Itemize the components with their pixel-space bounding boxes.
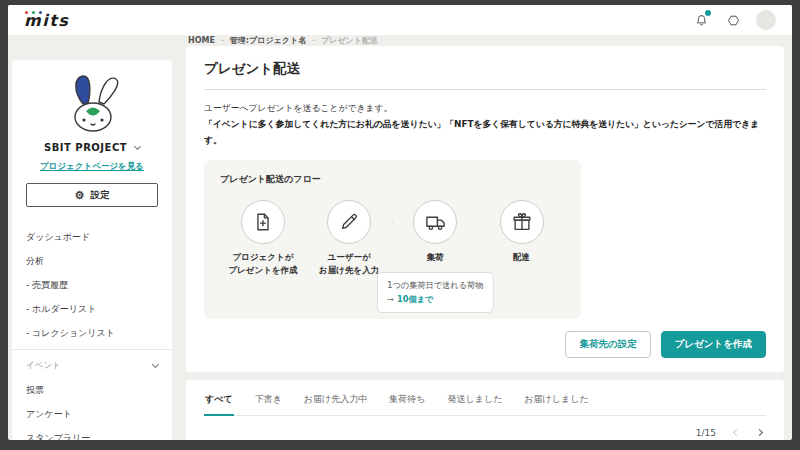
flow-step-address: ユーザーが お届け先を入力 xyxy=(306,200,392,277)
project-selector[interactable]: SBIT PROJECT xyxy=(12,136,172,155)
screenshot-frame: mits xyxy=(0,0,800,450)
settings-label: 設定 xyxy=(90,189,109,202)
description-line-2: 「イベントに多く参加してくれた方にお礼の品を送りたい」「NFTを多く保有している… xyxy=(204,117,766,149)
sidebar-item-stamp-rally[interactable]: スタンプラリー xyxy=(12,426,172,440)
breadcrumb-home[interactable]: HOME xyxy=(188,36,215,45)
flow-step-label: 配達 xyxy=(513,251,530,264)
prev-page-button[interactable] xyxy=(734,430,739,435)
pencil-icon xyxy=(327,200,371,244)
settings-button[interactable]: ⚙ 設定 xyxy=(26,183,158,207)
pagination: 1/15 xyxy=(204,416,766,440)
flow-step-label: 集荷 xyxy=(427,251,444,264)
page-title: プレゼント配送 xyxy=(204,60,766,90)
logo-text: mits xyxy=(24,11,69,30)
truck-icon xyxy=(413,200,457,244)
logo-dot-green xyxy=(32,11,35,14)
sidebar-item-trade-history[interactable]: - 売買履歴 xyxy=(12,273,172,297)
logo-dot-red xyxy=(25,11,28,14)
breadcrumb-separator: - xyxy=(312,36,315,45)
flow-step-delivery: 配達 xyxy=(479,200,565,264)
flow-step-pickup: 集荷 1つの集荷日で送れる荷物 →10個まで xyxy=(392,200,478,264)
present-delivery-panel: プレゼント配送 ユーザーへプレゼントを送ることができます。 「イベントに多く参加… xyxy=(186,46,784,372)
app-window: mits xyxy=(8,5,792,440)
tab-draft[interactable]: 下書き xyxy=(254,384,283,416)
notification-dot xyxy=(705,10,711,16)
sidebar-item-holder-list[interactable]: - ホルダーリスト xyxy=(12,297,172,321)
sidebar-item-analytics[interactable]: 分析 xyxy=(12,249,172,273)
hexagon-icon[interactable] xyxy=(724,11,742,29)
sidebar-item-collection-list[interactable]: - コレクションリスト xyxy=(12,321,172,345)
tooltip-line-2: →10個まで xyxy=(387,293,483,306)
divider xyxy=(12,349,172,350)
present-list-panel: すべて 下書き お届け先入力中 集荷待ち 発送しました お届けしました 1/15 xyxy=(186,380,784,440)
document-plus-icon xyxy=(241,200,285,244)
breadcrumb-current: プレゼント配送 xyxy=(321,35,378,46)
flow-step-label: プロジェクトが プレゼントを作成 xyxy=(228,251,297,277)
sidebar-section-event[interactable]: イベント xyxy=(12,354,172,378)
status-tabs: すべて 下書き お届け先入力中 集荷待ち 発送しました お届けしました xyxy=(204,384,766,416)
main-column: HOME - 管理:プロジェクト名 - プレゼント配送 プレゼント配送 ユーザー… xyxy=(186,35,788,440)
flow-steps: プロジェクトが プレゼントを作成 xyxy=(220,200,565,277)
tab-delivered[interactable]: お届けしました xyxy=(523,384,589,416)
tab-shipped[interactable]: 発送しました xyxy=(447,384,504,416)
breadcrumb-separator: - xyxy=(221,36,224,45)
chevron-down-icon xyxy=(152,361,159,368)
section-event-label: イベント xyxy=(26,360,61,372)
tooltip-line-1: 1つの集荷日で送れる荷物 xyxy=(387,279,483,292)
content-area: SBIT PROJECT プロジェクトページを見る ⚙ 設定 ダッシュボード 分… xyxy=(8,35,792,440)
sidebar: SBIT PROJECT プロジェクトページを見る ⚙ 設定 ダッシュボード 分… xyxy=(12,60,172,440)
project-page-link[interactable]: プロジェクトページを見る xyxy=(12,155,172,179)
pickup-settings-button[interactable]: 集荷先の設定 xyxy=(565,331,650,358)
gear-icon: ⚙ xyxy=(75,190,85,201)
flow-title: プレゼント配送のフロー xyxy=(220,173,565,186)
tab-all[interactable]: すべて xyxy=(204,384,234,416)
arrow-icon: → xyxy=(387,294,394,304)
breadcrumb: HOME - 管理:プロジェクト名 - プレゼント配送 xyxy=(186,35,784,46)
tab-entering-address[interactable]: お届け先入力中 xyxy=(303,384,368,416)
page-indicator: 1/15 xyxy=(696,428,716,438)
breadcrumb-project[interactable]: 管理:プロジェクト名 xyxy=(230,35,306,46)
sidebar-item-survey[interactable]: アンケート xyxy=(12,402,172,426)
page-description: ユーザーへプレゼントを送ることができます。 「イベントに多く参加してくれた方にお… xyxy=(204,101,766,148)
gift-icon xyxy=(500,200,544,244)
sidebar-item-vote[interactable]: 投票 xyxy=(12,378,172,402)
delivery-flow-box: プレゼント配送のフロー xyxy=(204,160,581,319)
logo-dot-blue xyxy=(39,11,42,14)
flow-step-label: ユーザーが お届け先を入力 xyxy=(319,251,379,277)
sidebar-item-dashboard[interactable]: ダッシュボード xyxy=(12,225,172,249)
user-avatar[interactable] xyxy=(756,10,776,30)
bell-icon[interactable] xyxy=(692,11,710,29)
top-header-bar: mits xyxy=(8,5,792,35)
create-present-button[interactable]: プレゼントを作成 xyxy=(661,331,766,358)
chevron-down-icon xyxy=(134,142,141,149)
next-page-button[interactable] xyxy=(757,430,762,435)
description-line-1: ユーザーへプレゼントを送ることができます。 xyxy=(204,101,766,117)
project-name: SBIT PROJECT xyxy=(44,142,127,153)
tab-awaiting-pickup[interactable]: 集荷待ち xyxy=(388,384,426,416)
pickup-limit-tooltip: 1つの集荷日で送れる荷物 →10個まで xyxy=(377,272,493,312)
sidebar-menu: ダッシュボード 分析 - 売買履歴 - ホルダーリスト - コレクションリスト … xyxy=(12,217,172,440)
flow-step-create: プロジェクトが プレゼントを作成 xyxy=(220,200,306,277)
mits-logo[interactable]: mits xyxy=(24,11,69,30)
action-buttons: 集荷先の設定 プレゼントを作成 xyxy=(204,331,766,358)
header-actions xyxy=(692,10,776,30)
project-mascot xyxy=(12,60,172,136)
